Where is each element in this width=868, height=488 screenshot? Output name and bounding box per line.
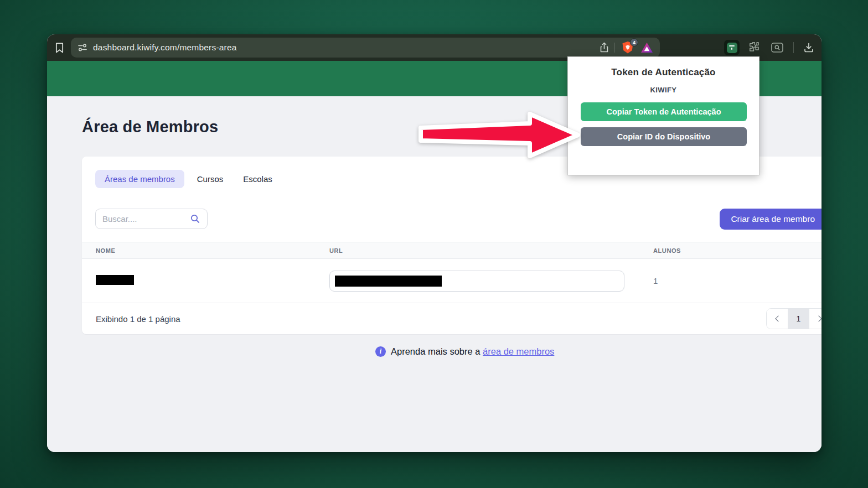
copy-device-id-button[interactable]: Copiar ID do Dispositivo (581, 127, 747, 146)
search-icon[interactable] (190, 214, 200, 224)
url-text[interactable]: dashboard.kiwify.com/members-area (93, 43, 594, 53)
extension-popup: Token de Autenticação KIWIFY Copiar Toke… (567, 56, 760, 175)
chevron-left-icon (775, 315, 781, 321)
bookmark-icon[interactable] (54, 42, 65, 54)
pagination-page-1-button[interactable]: 1 (788, 309, 809, 329)
column-header-url: URL (329, 247, 653, 254)
copy-auth-token-button[interactable]: Copiar Token de Autenticação (581, 102, 747, 121)
table-header-row: NOME URL ALUNOS (82, 242, 822, 259)
redacted-url-bar (335, 276, 442, 287)
kiwify-extension-glyph (727, 43, 737, 53)
search-box[interactable] (95, 209, 208, 229)
column-header-nome: NOME (82, 247, 329, 254)
cell-alunos: 1 (653, 276, 822, 285)
address-bar-divider (614, 43, 615, 53)
kiwify-extension-icon[interactable] (724, 40, 740, 55)
download-icon[interactable] (803, 42, 814, 53)
share-icon[interactable] (600, 42, 609, 53)
puzzle-extensions-icon[interactable] (748, 41, 761, 54)
table-footer: Exibindo 1 de 1 página 1 (82, 303, 822, 334)
popup-title: Token de Autenticação (581, 67, 746, 78)
info-icon: i (375, 346, 386, 357)
search-input[interactable] (102, 214, 190, 224)
toolbar-divider (793, 42, 794, 53)
shield-badge: 4 (630, 38, 638, 46)
pagination-summary: Exibindo 1 de 1 página (82, 314, 180, 324)
redacted-name-bar (96, 275, 134, 285)
tab-areas-de-membros[interactable]: Áreas de membros (95, 170, 184, 188)
url-input[interactable] (329, 271, 624, 292)
cell-nome (82, 275, 329, 287)
learn-more-link[interactable]: área de membros (483, 346, 554, 356)
pagination-next-button[interactable] (809, 309, 822, 329)
column-header-alunos: ALUNOS (653, 247, 822, 254)
cell-url (329, 271, 653, 292)
address-bar[interactable]: dashboard.kiwify.com/members-area 4 (71, 38, 660, 58)
members-area-card: Áreas de membros Cursos Escolas Criar ár… (82, 157, 822, 334)
tune-icon[interactable] (78, 43, 87, 53)
pagination: 1 (766, 308, 822, 329)
create-member-area-button[interactable]: Criar área de membro (720, 209, 822, 230)
controls-row: Criar área de membro (82, 209, 822, 230)
brave-shield-icon[interactable]: 4 (621, 40, 635, 55)
learn-more-row: i Aprenda mais sobre a área de membros (375, 346, 822, 357)
tab-cursos[interactable]: Cursos (190, 170, 231, 188)
popup-subtitle: KIWIFY (581, 86, 746, 94)
tab-escolas[interactable]: Escolas (236, 170, 280, 188)
table-row[interactable]: 1 (82, 259, 822, 303)
learn-more-text: Aprenda mais sobre a área de membros (391, 346, 554, 357)
chevron-right-icon (815, 315, 822, 321)
find-in-page-icon[interactable] (771, 41, 784, 54)
pagination-prev-button[interactable] (767, 309, 788, 329)
bat-triangle-icon[interactable] (640, 42, 653, 53)
